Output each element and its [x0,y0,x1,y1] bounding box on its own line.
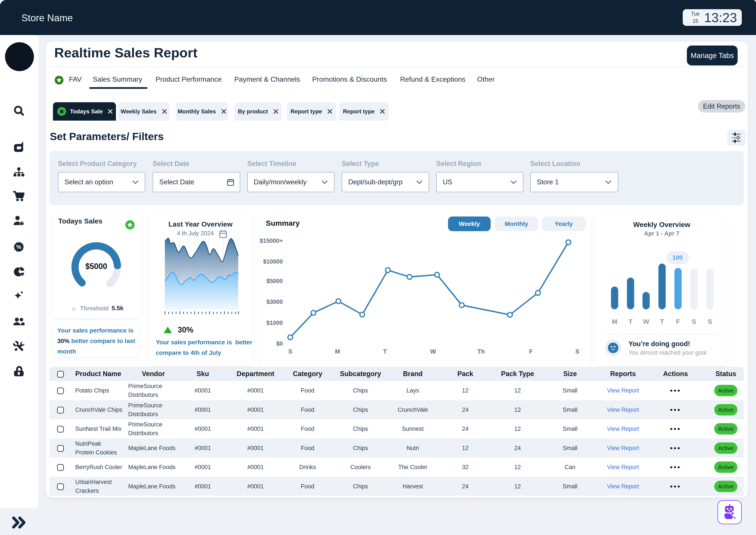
svg-text:%: % [16,244,21,250]
